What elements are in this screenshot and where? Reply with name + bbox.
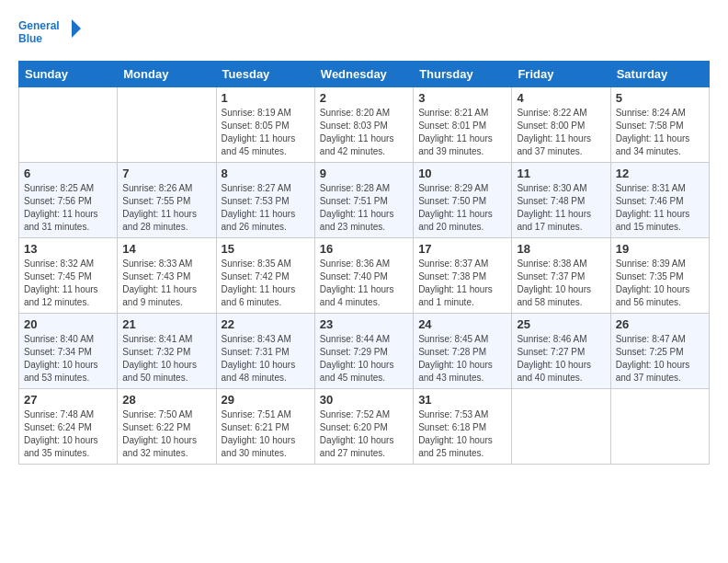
day-info: Sunrise: 8:21 AM Sunset: 8:01 PM Dayligh… bbox=[418, 107, 506, 158]
calendar-week-row: 1Sunrise: 8:19 AM Sunset: 8:05 PM Daylig… bbox=[19, 87, 710, 163]
column-header-thursday: Thursday bbox=[414, 62, 512, 87]
day-number: 23 bbox=[320, 317, 408, 331]
calendar-cell: 5Sunrise: 8:24 AM Sunset: 7:58 PM Daylig… bbox=[610, 87, 709, 163]
calendar-cell: 6Sunrise: 8:25 AM Sunset: 7:56 PM Daylig… bbox=[19, 163, 118, 238]
column-header-monday: Monday bbox=[118, 62, 216, 87]
day-info: Sunrise: 8:22 AM Sunset: 8:00 PM Dayligh… bbox=[517, 107, 605, 158]
day-info: Sunrise: 7:52 AM Sunset: 6:20 PM Dayligh… bbox=[320, 408, 408, 460]
calendar-cell: 19Sunrise: 8:39 AM Sunset: 7:35 PM Dayli… bbox=[610, 238, 709, 314]
calendar-header-row: SundayMondayTuesdayWednesdayThursdayFrid… bbox=[19, 62, 710, 87]
day-info: Sunrise: 8:27 AM Sunset: 7:53 PM Dayligh… bbox=[222, 182, 310, 234]
day-number: 28 bbox=[122, 393, 210, 407]
day-info: Sunrise: 8:31 AM Sunset: 7:46 PM Dayligh… bbox=[616, 182, 704, 234]
day-number: 21 bbox=[122, 317, 210, 331]
day-number: 1 bbox=[222, 91, 310, 105]
day-number: 31 bbox=[418, 393, 506, 407]
calendar-cell: 9Sunrise: 8:28 AM Sunset: 7:51 PM Daylig… bbox=[314, 163, 413, 238]
day-number: 19 bbox=[616, 242, 704, 256]
day-info: Sunrise: 8:29 AM Sunset: 7:50 PM Dayligh… bbox=[418, 182, 506, 234]
calendar-week-row: 6Sunrise: 8:25 AM Sunset: 7:56 PM Daylig… bbox=[19, 163, 710, 238]
calendar-cell: 15Sunrise: 8:35 AM Sunset: 7:42 PM Dayli… bbox=[216, 238, 314, 314]
day-info: Sunrise: 8:39 AM Sunset: 7:35 PM Dayligh… bbox=[616, 258, 704, 309]
day-number: 26 bbox=[616, 317, 704, 331]
calendar-cell: 18Sunrise: 8:38 AM Sunset: 7:37 PM Dayli… bbox=[512, 238, 610, 314]
day-number: 29 bbox=[222, 393, 310, 407]
day-number: 27 bbox=[24, 393, 112, 407]
svg-text:General: General bbox=[18, 19, 60, 32]
day-number: 9 bbox=[320, 167, 408, 180]
calendar-cell: 29Sunrise: 7:51 AM Sunset: 6:21 PM Dayli… bbox=[216, 389, 314, 465]
day-number: 11 bbox=[517, 167, 605, 180]
column-header-tuesday: Tuesday bbox=[216, 62, 314, 87]
calendar-cell: 24Sunrise: 8:45 AM Sunset: 7:28 PM Dayli… bbox=[414, 314, 512, 389]
calendar-cell: 21Sunrise: 8:41 AM Sunset: 7:32 PM Dayli… bbox=[118, 314, 216, 389]
day-number: 2 bbox=[320, 91, 408, 105]
day-number: 22 bbox=[222, 317, 310, 331]
calendar-cell: 7Sunrise: 8:26 AM Sunset: 7:55 PM Daylig… bbox=[118, 163, 216, 238]
day-info: Sunrise: 8:36 AM Sunset: 7:40 PM Dayligh… bbox=[320, 258, 408, 309]
day-info: Sunrise: 8:28 AM Sunset: 7:51 PM Dayligh… bbox=[320, 182, 408, 234]
day-info: Sunrise: 8:33 AM Sunset: 7:43 PM Dayligh… bbox=[122, 258, 210, 309]
day-info: Sunrise: 8:37 AM Sunset: 7:38 PM Dayligh… bbox=[418, 258, 506, 309]
day-number: 16 bbox=[320, 242, 408, 256]
day-info: Sunrise: 8:35 AM Sunset: 7:42 PM Dayligh… bbox=[222, 258, 310, 309]
logo: General Blue bbox=[18, 15, 83, 52]
day-info: Sunrise: 8:32 AM Sunset: 7:45 PM Dayligh… bbox=[24, 258, 112, 309]
day-info: Sunrise: 7:53 AM Sunset: 6:18 PM Dayligh… bbox=[418, 408, 506, 460]
day-info: Sunrise: 7:48 AM Sunset: 6:24 PM Dayligh… bbox=[24, 408, 112, 460]
day-info: Sunrise: 8:47 AM Sunset: 7:25 PM Dayligh… bbox=[616, 333, 704, 385]
calendar-cell: 10Sunrise: 8:29 AM Sunset: 7:50 PM Dayli… bbox=[414, 163, 512, 238]
calendar-cell: 30Sunrise: 7:52 AM Sunset: 6:20 PM Dayli… bbox=[314, 389, 413, 465]
calendar-cell: 22Sunrise: 8:43 AM Sunset: 7:31 PM Dayli… bbox=[216, 314, 314, 389]
calendar-cell: 12Sunrise: 8:31 AM Sunset: 7:46 PM Dayli… bbox=[610, 163, 709, 238]
calendar-cell: 3Sunrise: 8:21 AM Sunset: 8:01 PM Daylig… bbox=[414, 87, 512, 163]
day-number: 25 bbox=[517, 317, 605, 331]
logo-svg: General Blue bbox=[18, 15, 83, 52]
day-info: Sunrise: 7:50 AM Sunset: 6:22 PM Dayligh… bbox=[122, 408, 210, 460]
day-number: 24 bbox=[418, 317, 506, 331]
day-number: 30 bbox=[320, 393, 408, 407]
day-info: Sunrise: 8:20 AM Sunset: 8:03 PM Dayligh… bbox=[320, 107, 408, 158]
calendar-cell: 28Sunrise: 7:50 AM Sunset: 6:22 PM Dayli… bbox=[118, 389, 216, 465]
calendar-cell: 25Sunrise: 8:46 AM Sunset: 7:27 PM Dayli… bbox=[512, 314, 610, 389]
calendar-cell: 11Sunrise: 8:30 AM Sunset: 7:48 PM Dayli… bbox=[512, 163, 610, 238]
calendar-cell: 31Sunrise: 7:53 AM Sunset: 6:18 PM Dayli… bbox=[414, 389, 512, 465]
svg-marker-2 bbox=[72, 19, 81, 38]
calendar-cell: 13Sunrise: 8:32 AM Sunset: 7:45 PM Dayli… bbox=[19, 238, 118, 314]
day-number: 12 bbox=[616, 167, 704, 180]
calendar-table: SundayMondayTuesdayWednesdayThursdayFrid… bbox=[18, 61, 710, 465]
day-number: 14 bbox=[122, 242, 210, 256]
day-info: Sunrise: 7:51 AM Sunset: 6:21 PM Dayligh… bbox=[222, 408, 310, 460]
calendar-week-row: 27Sunrise: 7:48 AM Sunset: 6:24 PM Dayli… bbox=[19, 389, 710, 465]
calendar-cell: 14Sunrise: 8:33 AM Sunset: 7:43 PM Dayli… bbox=[118, 238, 216, 314]
day-info: Sunrise: 8:24 AM Sunset: 7:58 PM Dayligh… bbox=[616, 107, 704, 158]
day-number: 18 bbox=[517, 242, 605, 256]
calendar-week-row: 20Sunrise: 8:40 AM Sunset: 7:34 PM Dayli… bbox=[19, 314, 710, 389]
calendar-cell bbox=[610, 389, 709, 465]
day-info: Sunrise: 8:46 AM Sunset: 7:27 PM Dayligh… bbox=[517, 333, 605, 385]
day-info: Sunrise: 8:44 AM Sunset: 7:29 PM Dayligh… bbox=[320, 333, 408, 385]
calendar-cell bbox=[118, 87, 216, 163]
calendar-cell: 17Sunrise: 8:37 AM Sunset: 7:38 PM Dayli… bbox=[414, 238, 512, 314]
day-number: 13 bbox=[24, 242, 112, 256]
calendar-week-row: 13Sunrise: 8:32 AM Sunset: 7:45 PM Dayli… bbox=[19, 238, 710, 314]
day-info: Sunrise: 8:25 AM Sunset: 7:56 PM Dayligh… bbox=[24, 182, 112, 234]
day-number: 17 bbox=[418, 242, 506, 256]
calendar-cell: 4Sunrise: 8:22 AM Sunset: 8:00 PM Daylig… bbox=[512, 87, 610, 163]
day-info: Sunrise: 8:19 AM Sunset: 8:05 PM Dayligh… bbox=[222, 107, 310, 158]
svg-text:Blue: Blue bbox=[18, 32, 42, 45]
day-number: 15 bbox=[222, 242, 310, 256]
calendar-cell: 27Sunrise: 7:48 AM Sunset: 6:24 PM Dayli… bbox=[19, 389, 118, 465]
day-number: 3 bbox=[418, 91, 506, 105]
day-number: 20 bbox=[24, 317, 112, 331]
day-number: 8 bbox=[222, 167, 310, 180]
calendar-cell: 2Sunrise: 8:20 AM Sunset: 8:03 PM Daylig… bbox=[314, 87, 413, 163]
column-header-saturday: Saturday bbox=[610, 62, 709, 87]
day-info: Sunrise: 8:26 AM Sunset: 7:55 PM Dayligh… bbox=[122, 182, 210, 234]
column-header-sunday: Sunday bbox=[19, 62, 118, 87]
page-header: General Blue bbox=[18, 15, 710, 52]
calendar-cell: 26Sunrise: 8:47 AM Sunset: 7:25 PM Dayli… bbox=[610, 314, 709, 389]
day-number: 7 bbox=[122, 167, 210, 180]
day-info: Sunrise: 8:45 AM Sunset: 7:28 PM Dayligh… bbox=[418, 333, 506, 385]
day-number: 4 bbox=[517, 91, 605, 105]
